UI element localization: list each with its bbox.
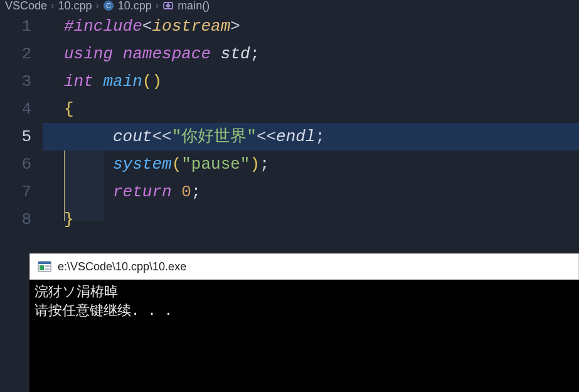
- chevron-right-icon: ›: [95, 0, 98, 11]
- token-operator: <<: [152, 127, 171, 146]
- code-editor[interactable]: 1 2 3 4 5 6 7 8 #include<iostream> using…: [0, 13, 579, 233]
- token-number: 0: [181, 183, 191, 201]
- line-number: 6: [0, 151, 31, 178]
- token-brace: {: [64, 100, 74, 119]
- token-angle: <: [142, 17, 152, 36]
- token-semi: ;: [191, 183, 201, 201]
- terminal-window[interactable]: e:\VSCode\10.cpp\10.exe 浣犲ソ涓栫晫 请按任意键继续. …: [29, 253, 579, 392]
- svg-rect-6: [45, 265, 50, 267]
- svg-text:C: C: [106, 2, 111, 9]
- exe-icon: [38, 260, 51, 273]
- terminal-titlebar[interactable]: e:\VSCode\10.cpp\10.exe: [29, 253, 579, 280]
- token-ident: cout: [113, 127, 152, 146]
- line-number: 8: [0, 206, 31, 233]
- svg-rect-5: [40, 265, 44, 270]
- terminal-title-text: e:\VSCode\10.cpp\10.exe: [58, 260, 186, 273]
- token-ident: endl: [276, 127, 315, 146]
- line-number: 7: [0, 178, 31, 206]
- breadcrumb-item[interactable]: 10.cpp: [58, 0, 92, 13]
- code-line[interactable]: int main(): [43, 68, 579, 95]
- cpp-file-icon: C: [103, 0, 114, 11]
- function-icon: [162, 0, 174, 11]
- svg-rect-4: [38, 262, 51, 264]
- token-semi: ;: [250, 45, 260, 63]
- token-brace: }: [64, 210, 74, 229]
- breadcrumb[interactable]: VSCode › 10.cpp › C 10.cpp › main(): [0, 0, 579, 11]
- token-keyword: namespace: [123, 45, 211, 63]
- token-function: main: [103, 72, 142, 91]
- chevron-right-icon: ›: [51, 0, 54, 11]
- line-number: 2: [0, 40, 31, 68]
- code-line[interactable]: #include<iostream>: [43, 13, 579, 40]
- breadcrumb-item[interactable]: 10.cpp: [118, 0, 152, 13]
- token-function: system: [113, 155, 172, 174]
- token-header: iostream: [152, 17, 230, 36]
- token-ident: std: [221, 45, 250, 63]
- token-keyword: using: [64, 45, 113, 63]
- chevron-right-icon: ›: [156, 0, 159, 11]
- breadcrumb-item[interactable]: main(): [178, 0, 210, 13]
- terminal-line: 请按任意键继续. . .: [35, 304, 173, 319]
- token-type: int: [64, 72, 93, 91]
- terminal-output[interactable]: 浣犲ソ涓栫晫 请按任意键继续. . .: [29, 280, 579, 392]
- token-semi: ;: [260, 155, 270, 174]
- line-number: 5: [0, 123, 31, 151]
- token-preproc: #include: [64, 17, 142, 36]
- code-line-current[interactable]: cout<<"你好世界"<<endl;: [43, 123, 579, 151]
- line-number: 1: [0, 13, 31, 40]
- code-line[interactable]: return 0;: [43, 178, 579, 206]
- line-number: 4: [0, 95, 31, 123]
- token-paren: (: [142, 72, 152, 91]
- breadcrumb-item[interactable]: VSCode: [5, 0, 47, 13]
- terminal-line: 浣犲ソ涓栫晫: [35, 285, 118, 300]
- token-paren: ): [152, 72, 162, 91]
- svg-rect-7: [45, 268, 50, 270]
- code-line[interactable]: {: [43, 95, 579, 123]
- token-semi: ;: [316, 127, 326, 146]
- token-paren: ): [250, 155, 260, 174]
- token-paren: (: [172, 155, 182, 174]
- code-line[interactable]: }: [43, 206, 579, 233]
- line-number-gutter: 1 2 3 4 5 6 7 8: [0, 13, 43, 233]
- code-line[interactable]: using namespace std;: [43, 40, 579, 68]
- token-operator: <<: [257, 127, 276, 146]
- token-keyword: return: [113, 183, 172, 201]
- token-string: "pause": [181, 155, 250, 174]
- code-line[interactable]: system("pause");: [43, 151, 579, 178]
- code-area[interactable]: #include<iostream> using namespace std; …: [43, 13, 579, 233]
- token-string: "你好世界": [172, 127, 257, 146]
- line-number: 3: [0, 68, 31, 95]
- token-angle: >: [230, 17, 240, 36]
